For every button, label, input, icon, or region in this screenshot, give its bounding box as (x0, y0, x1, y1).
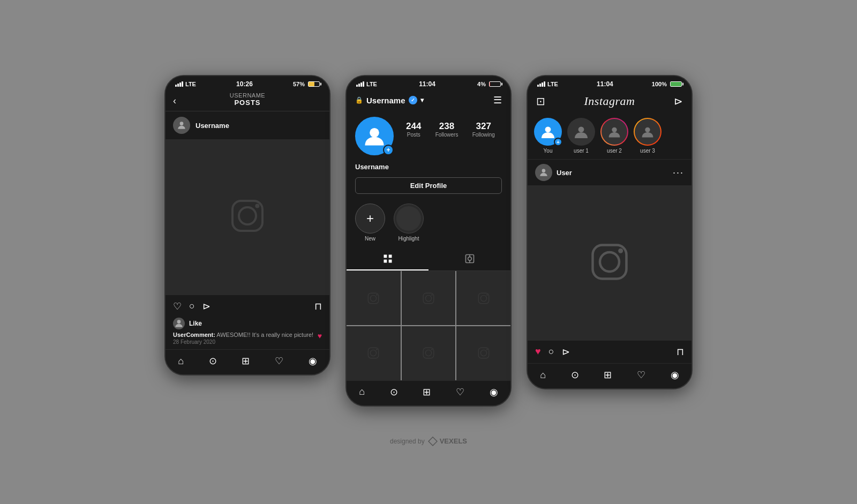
profile-username-title: 🔒 Username ✓ ▾ (355, 96, 424, 105)
svg-point-4 (177, 320, 181, 324)
feed-save-icon[interactable]: ⊓ (676, 346, 684, 358)
svg-point-24 (371, 350, 377, 356)
svg-point-22 (486, 294, 488, 296)
more-options-icon[interactable]: ··· (673, 167, 684, 178)
feed-comment-icon[interactable]: ○ (548, 346, 554, 358)
feed-post-username: User (557, 169, 572, 177)
status-left-1: LTE (175, 81, 196, 87)
story-you[interactable]: + You (534, 118, 562, 154)
photo-cell-5[interactable] (402, 326, 456, 380)
story-inner-user2 (602, 119, 627, 145)
nav-profile-icon-2[interactable]: ◉ (490, 386, 498, 398)
feed-like-icon[interactable]: ♥ (535, 346, 541, 358)
nav-search-icon-2[interactable]: ⊙ (390, 386, 398, 398)
nav-home-icon-3[interactable]: ⌂ (540, 370, 546, 381)
stories-row: + You user 1 user 2 (528, 112, 691, 160)
nav-heart-icon-2[interactable]: ♡ (456, 386, 464, 398)
feed-post-avatar (535, 164, 552, 181)
battery-fill-1 (309, 82, 314, 86)
header-titles: USERNAME POSTS (166, 92, 329, 107)
bottom-nav-3: ⌂ ⊙ ⊞ ♡ ◉ (528, 363, 691, 388)
svg-point-38 (600, 252, 619, 272)
nav-home-icon-2[interactable]: ⌂ (359, 386, 365, 397)
tab-tagged[interactable] (428, 248, 510, 270)
svg-point-15 (371, 295, 377, 301)
signal-icon-2 (356, 81, 364, 87)
photo-cell-4[interactable] (347, 326, 401, 380)
svg-point-5 (370, 128, 379, 138)
highlights-row: + New Highlight (347, 199, 510, 248)
send-icon[interactable]: ⊳ (674, 95, 683, 108)
svg-rect-9 (388, 260, 392, 263)
phone1-header: ‹ USERNAME POSTS (166, 90, 329, 111)
nav-heart-icon-3[interactable]: ♡ (637, 369, 645, 381)
nav-add-icon-3[interactable]: ⊞ (604, 369, 612, 381)
back-button[interactable]: ‹ (173, 95, 176, 106)
vexels-brand: VEXELS (440, 437, 467, 445)
photo-cell-6[interactable] (456, 326, 510, 380)
profile-header: 🔒 Username ✓ ▾ ☰ (347, 90, 510, 110)
phone-2-profile: LTE 11:04 4% 🔒 Username ✓ ▾ ☰ (345, 75, 512, 406)
nav-add-icon-2[interactable]: ⊞ (423, 386, 431, 398)
battery-fill-2 (490, 82, 490, 86)
feed-post-image (528, 185, 691, 341)
tab-grid[interactable] (347, 248, 428, 270)
profile-tabs (347, 248, 510, 271)
feed-left-actions: ♥ ○ ⊳ (535, 346, 676, 358)
svg-point-21 (480, 295, 486, 301)
svg-point-2 (239, 207, 256, 224)
signal-icon-3 (537, 81, 545, 87)
instagram-brand: Instagram (584, 94, 635, 108)
nav-search-icon-3[interactable]: ⊙ (571, 369, 579, 381)
comment-body: AWESOME!! It's a really nice picture! (216, 332, 313, 338)
nav-profile-icon-3[interactable]: ◉ (671, 369, 679, 381)
phone-1-posts: LTE 10:26 57% ‹ USERNAME POSTS U (164, 75, 330, 375)
like-row: Like (173, 318, 322, 329)
battery-percent-3: 100% (652, 81, 667, 87)
edit-profile-button[interactable]: Edit Profile (355, 177, 502, 194)
nav-home-icon-1[interactable]: ⌂ (178, 356, 184, 367)
highlight-circle[interactable] (394, 204, 424, 234)
like-icon[interactable]: ♡ (173, 300, 182, 312)
add-story-button[interactable]: + (383, 145, 394, 155)
highlight-label: Highlight (399, 236, 419, 242)
svg-point-16 (376, 294, 378, 296)
camera-icon[interactable]: ⊡ (536, 95, 545, 108)
hamburger-menu-icon[interactable]: ☰ (493, 94, 502, 106)
story-avatar-you: + (534, 118, 562, 146)
save-icon[interactable]: ⊓ (314, 300, 322, 312)
feed-share-icon[interactable]: ⊳ (562, 346, 570, 358)
svg-point-0 (180, 122, 184, 126)
comment-heart-icon: ♥ (318, 332, 322, 340)
svg-rect-8 (384, 260, 387, 263)
svg-point-25 (376, 349, 378, 350)
svg-point-19 (431, 294, 433, 296)
battery-bar-3 (670, 81, 682, 87)
photo-cell-3[interactable] (456, 271, 510, 325)
story-user2[interactable]: user 2 (600, 118, 628, 154)
nav-add-icon-1[interactable]: ⊞ (242, 355, 250, 367)
network-label-3: LTE (547, 81, 558, 87)
posts-label: Posts (406, 132, 421, 138)
story-user1[interactable]: user 1 (567, 118, 595, 154)
existing-highlight: Highlight (394, 204, 424, 242)
feed-post-header: User ··· (528, 160, 691, 185)
instagram-logo-icon (226, 194, 269, 239)
story-avatar-user3 (634, 118, 661, 146)
nav-heart-icon-1[interactable]: ♡ (275, 355, 283, 367)
following-count: 327 (472, 121, 495, 132)
story-user3[interactable]: user 3 (634, 118, 661, 154)
watermark-label: designed by (390, 438, 425, 445)
new-highlight-circle[interactable]: + (355, 204, 385, 234)
comment-icon[interactable]: ○ (189, 300, 195, 312)
header-username-label: USERNAME (166, 92, 329, 99)
photo-cell-1[interactable] (347, 271, 401, 325)
dropdown-chevron-icon[interactable]: ▾ (420, 96, 424, 104)
photo-cell-2[interactable] (402, 271, 456, 325)
like-label: Like (189, 320, 202, 327)
share-icon[interactable]: ⊳ (202, 300, 211, 312)
post-username: Username (196, 122, 229, 130)
phones-container: LTE 10:26 57% ‹ USERNAME POSTS U (143, 54, 714, 427)
nav-search-icon-1[interactable]: ⊙ (209, 355, 217, 367)
nav-profile-icon-1[interactable]: ◉ (309, 355, 317, 367)
